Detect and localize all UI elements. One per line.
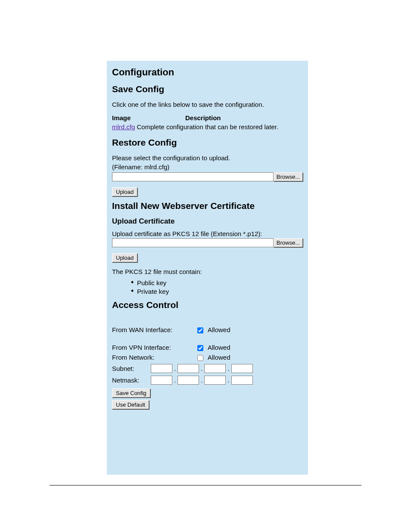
restore-upload-button[interactable]: Upload xyxy=(112,187,137,196)
wan-allowed-text: Allowed xyxy=(208,325,255,335)
config-files-table: Image Description mlrd.cfg Complete conf… xyxy=(112,113,281,131)
cert-upload-button[interactable]: Upload xyxy=(112,253,137,262)
network-label: From Network: xyxy=(112,352,197,362)
network-allowed-checkbox[interactable] xyxy=(197,355,203,361)
save-config-heading: Save Config xyxy=(112,84,303,94)
page-title: Configuration xyxy=(112,67,303,78)
table-row: mlrd.cfg Complete configuration that can… xyxy=(112,122,281,131)
netmask-label: Netmask: xyxy=(112,376,151,384)
col-header-description: Description xyxy=(185,113,281,122)
use-default-button[interactable]: Use Default xyxy=(112,400,149,409)
netmask-octet-1[interactable] xyxy=(151,376,172,385)
save-config-intro: Click one of the links below to save the… xyxy=(112,100,303,109)
vpn-allowed-checkbox[interactable] xyxy=(197,345,203,351)
vpn-allowed-text: Allowed xyxy=(208,342,255,352)
list-item-private-key: Private key xyxy=(131,287,303,296)
network-allowed-text: Allowed xyxy=(208,352,255,362)
restore-file-input[interactable] xyxy=(112,172,274,181)
subnet-octet-2[interactable] xyxy=(177,364,199,373)
install-cert-heading: Install New Webserver Certificate xyxy=(112,201,303,211)
access-control-table: From WAN Interface: Allowed From VPN Int… xyxy=(112,325,255,413)
subnet-label: Subnet: xyxy=(112,365,151,372)
netmask-octet-3[interactable] xyxy=(204,376,226,385)
netmask-octet-4[interactable] xyxy=(231,376,253,385)
restore-browse-button[interactable]: Browse... xyxy=(274,172,303,181)
restore-config-heading: Restore Config xyxy=(112,137,303,148)
list-item-public-key: Public key xyxy=(131,279,303,287)
cert-browse-button[interactable]: Browse... xyxy=(274,238,303,247)
restore-instruction-line2: (Filename: mlrd.cfg) xyxy=(112,163,169,171)
col-header-image: Image xyxy=(112,113,185,122)
pkcs-must-contain: The PKCS 12 file must contain: xyxy=(112,268,303,276)
config-file-link[interactable]: mlrd.cfg xyxy=(112,123,135,131)
upload-cert-heading: Upload Certificate xyxy=(112,217,303,226)
config-panel: Configuration Save Config Click one of t… xyxy=(107,61,308,475)
vpn-interface-label: From VPN Interface: xyxy=(112,342,197,352)
subnet-octet-1[interactable] xyxy=(151,364,172,373)
footer-divider xyxy=(50,485,361,485)
config-file-description: Complete configuration that can be resto… xyxy=(137,123,279,131)
subnet-octet-3[interactable] xyxy=(204,364,226,373)
access-control-heading: Access Control xyxy=(112,300,303,310)
netmask-octet-2[interactable] xyxy=(177,376,199,385)
subnet-octet-4[interactable] xyxy=(231,364,253,373)
cert-upload-prompt: Upload certificate as PKCS 12 file (Exte… xyxy=(112,230,303,237)
restore-instruction-line1: Please select the configuration to uploa… xyxy=(112,154,230,162)
wan-allowed-checkbox[interactable] xyxy=(197,327,203,333)
wan-interface-label: From WAN Interface: xyxy=(112,325,197,335)
save-config-button[interactable]: Save Config xyxy=(112,389,150,398)
cert-file-input[interactable] xyxy=(112,238,274,247)
